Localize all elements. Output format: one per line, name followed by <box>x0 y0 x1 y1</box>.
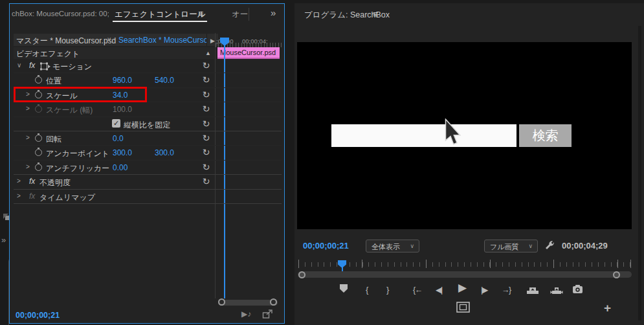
twirl-icon[interactable]: > <box>17 177 21 185</box>
effect-opacity[interactable]: > fx 不透明度 ↺ <box>14 175 282 189</box>
parameter-label: アンカーポイント <box>46 148 109 159</box>
uniform-scale-checkbox[interactable]: ✓ <box>112 119 120 128</box>
effect-panel-timecode[interactable]: 00;00;00;21 <box>16 311 60 320</box>
twirl-icon[interactable]: > <box>26 134 30 141</box>
program-time-ruler[interactable] <box>298 262 631 267</box>
lift-button[interactable] <box>526 284 539 297</box>
parameter-label: 位置 <box>46 76 61 87</box>
step-forward-button[interactable]: |▶ <box>481 283 487 296</box>
parameter-value[interactable]: 540.0 <box>155 76 174 85</box>
add-marker-button[interactable] <box>340 283 348 296</box>
reset-parameter-icon[interactable]: ↺ <box>203 162 210 172</box>
twirl-icon[interactable]: ∨ <box>17 62 21 69</box>
play-icon: ▶ <box>458 282 467 294</box>
stopwatch-icon[interactable] <box>35 106 42 113</box>
effect-parameter-rows: ∨ fx モーション ↺ 位置 960.0 540.0 ↺ > スケール 34.… <box>14 59 282 204</box>
reset-parameter-icon[interactable]: ↺ <box>203 118 210 129</box>
parameter-value[interactable]: 300.0 <box>155 148 174 157</box>
param-uniform-scale[interactable]: ✓ 縦横比を固定 ↺ <box>14 117 282 131</box>
stopwatch-icon[interactable] <box>35 91 42 98</box>
fx-badge[interactable]: fx <box>29 177 35 186</box>
program-zoom-handle-left[interactable] <box>298 271 305 278</box>
step-back-button[interactable]: ◀| <box>436 283 442 296</box>
tab-source-monitor[interactable]: chBox: MouseCursor.psd: 00;00;00;00 <box>12 10 109 17</box>
twirl-icon[interactable]: > <box>26 91 30 98</box>
rail-expand-icon[interactable]: » <box>1 235 6 245</box>
reset-parameter-icon[interactable]: ↺ <box>203 133 210 143</box>
zoom-level-dropdown[interactable]: 全体表示 ∨ <box>366 240 419 252</box>
parameter-label: スケール <box>46 91 78 102</box>
fx-badge[interactable]: fx <box>29 192 35 201</box>
play-button[interactable]: ▶ <box>458 281 467 294</box>
param-anchor-point[interactable]: アンカーポイント 300.0 300.0 ↺ <box>14 146 282 160</box>
play-audio-icon[interactable]: ▶♪ <box>241 309 251 319</box>
effect-motion[interactable]: ∨ fx モーション ↺ <box>14 59 282 73</box>
effect-time-remap[interactable]: > fx タイムリマップ <box>14 190 282 204</box>
program-current-timecode[interactable]: 00;00;00;21 <box>303 241 349 251</box>
param-scale-width[interactable]: > スケール (幅) 100.0 ↺ <box>14 102 282 117</box>
reset-parameter-icon[interactable]: ↺ <box>203 74 210 85</box>
program-monitor-panel: プログラム: SearchBox ≡ 検索 00;00;00;21 全体表示 ∨… <box>294 3 644 325</box>
master-clip-label[interactable]: マスター * MouseCursor.psd <box>16 36 116 47</box>
reset-parameter-icon[interactable]: ↺ <box>203 89 210 100</box>
parameter-value[interactable]: 100.0 <box>113 105 132 114</box>
playback-quality-dropdown[interactable]: フル画質 ∨ <box>484 240 538 252</box>
parameter-value[interactable]: 0.00 <box>113 163 128 172</box>
twirl-icon[interactable]: > <box>26 163 30 170</box>
extract-button[interactable] <box>550 284 563 297</box>
zoom-handle-right[interactable] <box>270 298 277 306</box>
reset-parameter-icon[interactable]: ↺ <box>203 60 210 71</box>
parameter-value[interactable]: 300.0 <box>113 148 132 157</box>
twirl-icon[interactable]: > <box>17 192 21 199</box>
chevron-down-icon[interactable]: ∨ <box>107 36 111 43</box>
go-to-out-icon: →} <box>502 286 511 295</box>
tab-effect-controls[interactable]: エフェクトコントロール <box>115 9 205 20</box>
sequence-clip-label[interactable]: SearchBox * MouseCursor... <box>118 36 216 45</box>
go-to-out-button[interactable]: →} <box>502 283 511 296</box>
program-zoom-handle-right[interactable] <box>613 271 620 278</box>
twirl-icon[interactable]: > <box>26 105 30 112</box>
video-effects-section-header[interactable]: ビデオエフェクト ▲ <box>14 47 214 59</box>
ruler-major-tick <box>617 260 618 268</box>
export-icon[interactable] <box>262 309 273 319</box>
go-to-in-button[interactable]: {← <box>413 283 422 296</box>
stopwatch-icon[interactable] <box>35 164 42 171</box>
stopwatch-icon[interactable] <box>35 149 42 156</box>
plus-icon: + <box>604 301 611 315</box>
marker-icon <box>340 284 348 293</box>
mark-out-button[interactable]: } <box>386 283 389 296</box>
mark-in-button[interactable]: { <box>366 283 368 296</box>
param-scale[interactable]: > スケール 34.0 ↺ <box>14 88 282 102</box>
fx-badge[interactable]: fx <box>29 61 35 70</box>
program-zoom-track[interactable] <box>298 271 632 278</box>
stopwatch-icon[interactable] <box>35 135 42 142</box>
export-frame-button[interactable] <box>572 284 583 297</box>
zoom-level-value: 全体表示 <box>372 242 400 252</box>
collapse-triangle-icon[interactable]: ▲ <box>205 50 211 56</box>
section-label: ビデオエフェクト <box>16 49 80 60</box>
rendered-search-button: 検索 <box>519 124 572 147</box>
parameter-value[interactable]: 960.0 <box>113 76 132 85</box>
parameter-value[interactable]: 0.0 <box>113 134 124 143</box>
reset-parameter-icon[interactable]: ↺ <box>203 176 210 186</box>
zoom-handle-left[interactable] <box>218 298 225 306</box>
panel-menu-icon[interactable]: ≡ <box>373 9 378 19</box>
param-rotation[interactable]: > 回転 0.0 ↺ <box>14 131 282 146</box>
stopwatch-icon[interactable] <box>35 76 42 84</box>
button-editor-add-button[interactable]: + <box>604 301 611 315</box>
param-position[interactable]: 位置 960.0 540.0 ↺ <box>14 73 282 87</box>
settings-wrench-icon[interactable] <box>544 240 555 251</box>
chevron-down-icon: ∨ <box>528 243 533 249</box>
safe-margins-button[interactable] <box>456 302 470 315</box>
parameter-value[interactable]: 34.0 <box>113 91 128 100</box>
timeline-zoom-track[interactable] <box>218 300 278 306</box>
tab-audio-clip-mixer[interactable]: オー <box>232 9 248 20</box>
tab-overflow-icon[interactable]: » <box>271 7 276 18</box>
reset-parameter-icon[interactable]: ↺ <box>203 147 210 157</box>
timeline-clip[interactable]: MouseCursor.psd <box>217 47 280 59</box>
panel-menu-icon[interactable]: ≡ <box>198 8 203 19</box>
param-antiflicker[interactable]: > アンチフリッカー 0.00 ↺ <box>14 161 282 175</box>
ruler-major-tick <box>553 260 554 268</box>
program-duration-timecode: 00;00;04;29 <box>562 241 608 251</box>
reset-parameter-icon[interactable]: ↺ <box>203 104 210 114</box>
